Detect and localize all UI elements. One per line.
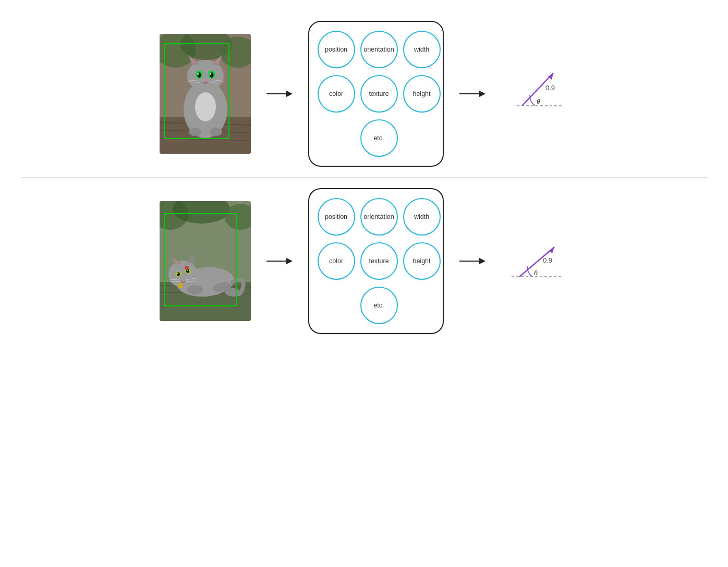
svg-point-27 xyxy=(210,128,222,136)
svg-text:θ: θ xyxy=(534,269,538,277)
diagram-row-1: position orientation width color texture… xyxy=(0,0,728,177)
feature-row-1-1: position orientation width xyxy=(318,30,441,69)
feature-row-2-1: position orientation width xyxy=(318,198,441,237)
feature-color-1: color xyxy=(318,75,355,113)
arrow-3 xyxy=(266,255,293,267)
feature-position-1: position xyxy=(318,31,355,68)
svg-point-19 xyxy=(210,73,211,75)
feature-row-1-2: color texture height xyxy=(318,75,441,114)
svg-text:0.9: 0.9 xyxy=(543,256,552,264)
svg-point-17 xyxy=(210,72,213,78)
feature-orientation-1: orientation xyxy=(360,31,398,68)
svg-point-16 xyxy=(197,72,201,78)
feature-row-2-2: color texture height xyxy=(318,242,441,281)
feature-texture-2: texture xyxy=(360,242,398,280)
angle-diagram-1: 0.9 θ xyxy=(501,60,569,128)
svg-point-57 xyxy=(187,270,188,271)
arrow-2 xyxy=(459,88,486,100)
svg-point-56 xyxy=(177,273,178,274)
svg-point-18 xyxy=(197,73,199,75)
svg-marker-37 xyxy=(548,73,553,80)
feature-row-2-3: etc. xyxy=(318,286,441,325)
feature-width-1: width xyxy=(403,31,441,68)
feature-etc-2: etc. xyxy=(360,287,398,324)
feature-etc-1: etc. xyxy=(360,119,398,157)
arrow-4 xyxy=(459,255,486,267)
cat-image-1 xyxy=(160,34,251,154)
svg-marker-32 xyxy=(286,91,293,97)
feature-box-1: position orientation width color texture… xyxy=(308,21,444,167)
feature-height-1: height xyxy=(403,75,441,113)
feature-row-1-3: etc. xyxy=(318,118,441,157)
diagram-row-2: position orientation width color texture… xyxy=(0,178,728,355)
svg-marker-71 xyxy=(479,258,486,264)
arrow-1 xyxy=(266,88,293,100)
feature-color-2: color xyxy=(318,242,355,280)
feature-texture-1: texture xyxy=(360,75,398,113)
svg-point-67 xyxy=(178,283,183,288)
angle-diagram-2: 0.9 θ xyxy=(501,227,569,295)
feature-width-2: width xyxy=(403,198,441,236)
cat-image-2 xyxy=(160,201,251,321)
svg-point-59 xyxy=(185,266,189,270)
feature-height-2: height xyxy=(403,242,441,280)
svg-text:θ: θ xyxy=(537,98,540,105)
svg-point-48 xyxy=(168,261,198,288)
svg-point-66 xyxy=(187,285,203,294)
svg-text:0.9: 0.9 xyxy=(545,84,555,92)
svg-point-25 xyxy=(195,92,216,121)
svg-marker-69 xyxy=(286,258,293,264)
feature-orientation-2: orientation xyxy=(360,198,398,236)
svg-marker-74 xyxy=(549,247,554,253)
feature-box-2: position orientation width color texture… xyxy=(308,188,444,334)
svg-point-54 xyxy=(177,273,180,276)
feature-position-2: position xyxy=(318,198,355,236)
svg-marker-34 xyxy=(479,91,486,97)
